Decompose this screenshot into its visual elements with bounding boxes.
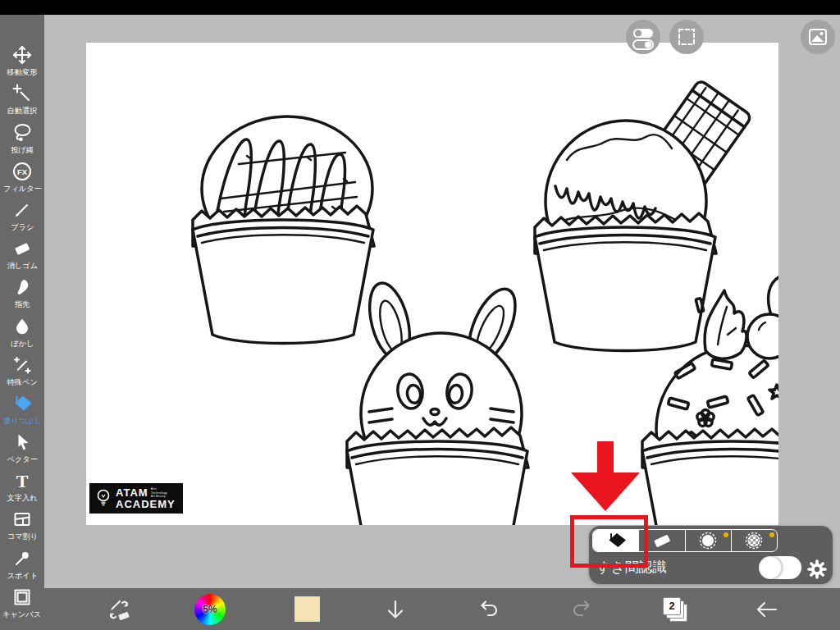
swap-tool-button[interactable] xyxy=(103,588,135,630)
sidebar-item-vector[interactable]: ベクター xyxy=(0,431,44,465)
sidebar-item-filter[interactable]: FX フィルター xyxy=(0,161,44,194)
down-arrow-icon xyxy=(381,595,410,624)
tool-label: ぼかし xyxy=(11,338,34,349)
selection-button[interactable] xyxy=(669,20,704,54)
sidebar-item-brush[interactable]: ブラシ xyxy=(0,199,44,233)
line-art xyxy=(86,43,778,525)
atam-academy-logo: ATAM Arts Technology Art Money ACADEMY xyxy=(89,483,183,514)
modified-badge xyxy=(769,532,774,537)
undo-icon xyxy=(473,595,503,624)
undo-button[interactable] xyxy=(472,588,504,630)
lightbulb-icon xyxy=(95,488,112,509)
color-wheel-icon: 5% xyxy=(194,594,226,625)
opacity-percent: 5% xyxy=(203,604,217,615)
brush-eraser-swap-icon xyxy=(104,595,134,624)
comic-frames-icon xyxy=(11,509,33,530)
gap-recognition-toggle[interactable] xyxy=(759,556,801,579)
sidebar-item-auto-select[interactable]: 自動選択 xyxy=(0,83,44,116)
tool-label: ベクター xyxy=(7,454,37,465)
tool-label: キャンバス xyxy=(2,609,41,619)
tool-label: 塗りつぶし xyxy=(3,415,42,426)
canvas-icon xyxy=(11,587,33,608)
sidebar-item-eraser[interactable]: 消しゴム xyxy=(0,238,44,272)
image-layer-icon xyxy=(801,20,835,54)
move-transform-icon xyxy=(11,44,33,66)
cursor-icon xyxy=(11,431,33,453)
droplet-icon xyxy=(11,316,33,337)
drizzle-sundae xyxy=(193,116,374,344)
eraser-icon xyxy=(11,238,33,259)
tool-label: 消しゴム xyxy=(7,261,37,272)
tool-label: ブラシ xyxy=(11,221,34,232)
tab-circle-brush[interactable] xyxy=(685,530,731,551)
quick-settings-icon xyxy=(626,20,660,54)
eyedropper-icon xyxy=(11,548,33,569)
sidebar-item-fingertip[interactable]: 指先 xyxy=(0,276,44,310)
tool-label: 投げ縄 xyxy=(11,144,34,155)
logo-tagline: Arts Technology Art Money xyxy=(151,487,172,499)
tool-label: コマ割り xyxy=(7,532,37,542)
current-color-swatch xyxy=(294,596,320,622)
eraser-icon xyxy=(649,532,675,550)
magic-wand-icon xyxy=(11,83,33,104)
text-tool-icon: T xyxy=(11,470,33,491)
sidebar-item-fill[interactable]: 塗りつぶし xyxy=(0,393,44,427)
color-wheel-button[interactable]: 5% xyxy=(194,588,226,630)
tool-label: 指先 xyxy=(15,299,30,310)
drawing-canvas[interactable]: ATAM Arts Technology Art Money ACADEMY xyxy=(86,43,778,525)
tool-label: 自動選択 xyxy=(7,106,38,116)
sidebar-item-lasso[interactable]: 投げ縄 xyxy=(0,122,44,156)
layer-count: 2 xyxy=(663,597,681,615)
tab-pattern-brush[interactable] xyxy=(731,530,777,551)
fingertip-icon xyxy=(11,276,33,298)
brush-icon xyxy=(11,199,33,221)
status-bar xyxy=(0,0,840,15)
annotation-rectangle xyxy=(570,515,648,568)
redo-icon xyxy=(568,595,597,624)
modified-badge xyxy=(724,532,728,537)
special-pen-icon xyxy=(11,354,33,376)
sidebar-item-text[interactable]: T 文字入れ xyxy=(0,470,44,504)
svg-text:T: T xyxy=(16,471,29,491)
color-swatch-button[interactable] xyxy=(290,588,323,630)
lasso-icon xyxy=(11,122,33,144)
tool-label: フィルター xyxy=(3,183,42,194)
back-arrow-icon xyxy=(752,595,782,624)
paint-bucket-icon xyxy=(11,393,33,414)
back-button[interactable] xyxy=(751,588,783,630)
sidebar-item-special-pen[interactable]: 特殊ペン xyxy=(0,354,44,388)
fx-filter-icon: FX xyxy=(11,161,33,182)
logo-name: ATAM xyxy=(116,487,148,498)
gear-icon[interactable] xyxy=(806,559,828,580)
redo-button[interactable] xyxy=(566,588,599,630)
layers-icon: 2 xyxy=(661,596,689,623)
pattern-circle-icon xyxy=(741,532,767,550)
tool-label: 移動変形 xyxy=(7,67,38,78)
quick-settings-button[interactable] xyxy=(626,20,660,54)
tool-label: 文字入れ xyxy=(7,493,37,504)
soft-circle-icon xyxy=(695,532,721,550)
sidebar-item-move-transform[interactable]: 移動変形 xyxy=(0,44,44,78)
collapse-button[interactable] xyxy=(379,588,412,630)
image-layer-button[interactable] xyxy=(801,20,835,54)
logo-name2: ACADEMY xyxy=(116,499,176,509)
rabbit-sundae xyxy=(347,279,528,525)
svg-text:FX: FX xyxy=(17,167,28,176)
sidebar-item-canvas[interactable]: キャンバス xyxy=(0,587,44,620)
sidebar-item-blur[interactable]: ぼかし xyxy=(0,316,44,349)
sidebar-item-eyedropper[interactable]: スポイト xyxy=(0,548,44,582)
tool-sidebar: 移動変形 自動選択 投げ縄 FX フィルター ブラシ 消しゴム xyxy=(0,15,44,630)
tool-label: スポイト xyxy=(7,570,38,581)
bottom-toolbar: 5% 2 xyxy=(44,588,840,630)
annotation-arrow xyxy=(568,440,646,515)
tool-label: 特殊ペン xyxy=(7,377,37,387)
layers-button[interactable]: 2 xyxy=(659,588,692,630)
selection-marquee-icon xyxy=(669,20,704,54)
sidebar-item-panel-divide[interactable]: コマ割り xyxy=(0,509,44,542)
toggle-knob xyxy=(759,556,782,579)
